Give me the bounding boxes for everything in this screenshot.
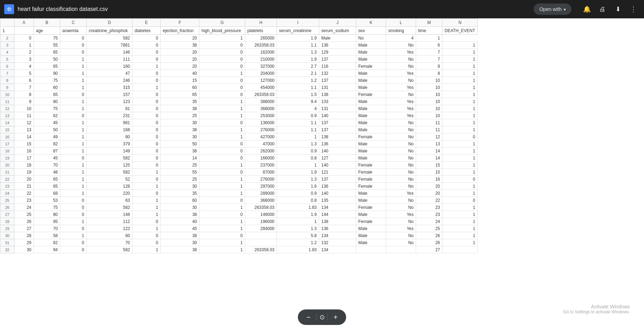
table-cell[interactable]: 11	[416, 126, 442, 133]
table-cell[interactable]: 1	[132, 169, 161, 176]
table-cell[interactable]: Yes	[386, 49, 416, 56]
table-cell[interactable]: 30	[161, 119, 199, 126]
table-cell[interactable]: 60	[34, 84, 60, 91]
table-cell[interactable]: 160	[87, 63, 132, 70]
table-cell[interactable]: 1.3	[277, 225, 319, 232]
table-cell[interactable]: 38	[161, 42, 199, 49]
table-cell[interactable]: 62	[34, 112, 60, 119]
table-cell[interactable]: 1	[60, 140, 87, 147]
table-cell[interactable]: 0	[199, 197, 245, 204]
table-cell[interactable]: 0	[60, 155, 87, 162]
table-cell[interactable]: No	[386, 119, 416, 126]
table-cell[interactable]: 1.83	[277, 246, 319, 253]
table-cell[interactable]	[356, 246, 386, 253]
table-cell[interactable]: 9.4	[277, 98, 319, 105]
table-cell[interactable]: Female	[356, 204, 386, 211]
table-cell[interactable]: 49	[34, 133, 60, 140]
table-cell[interactable]: 263358.03	[245, 42, 277, 49]
table-cell[interactable]: 137	[319, 56, 356, 63]
table-cell[interactable]: 1	[199, 183, 245, 190]
col-header-d[interactable]: D	[87, 19, 132, 27]
table-cell[interactable]: Male	[356, 42, 386, 49]
table-cell[interactable]: Yes	[386, 112, 416, 119]
table-cell[interactable]: 1	[442, 147, 478, 155]
table-cell[interactable]: 1	[442, 77, 478, 84]
table-cell[interactable]: Female	[356, 63, 386, 70]
table-cell[interactable]: Male	[356, 190, 386, 197]
table-cell[interactable]: 28	[14, 232, 34, 239]
table-cell[interactable]: 29	[14, 239, 34, 246]
table-cell[interactable]: 1	[60, 84, 87, 91]
table-cell[interactable]: Male	[356, 225, 386, 232]
table-cell[interactable]: No	[386, 91, 416, 98]
table-cell[interactable]: Yes	[386, 70, 416, 77]
col-header-h[interactable]: H	[245, 19, 277, 27]
table-cell[interactable]: 14	[416, 155, 442, 162]
table-cell[interactable]: 138	[319, 91, 356, 98]
table-cell[interactable]: 10	[416, 105, 442, 112]
table-cell[interactable]: 0	[132, 49, 161, 56]
table-cell[interactable]: 1	[442, 239, 478, 246]
table-cell[interactable]: 131	[319, 105, 356, 112]
col-header-c[interactable]: C	[60, 19, 87, 27]
table-cell[interactable]: Male	[356, 49, 386, 56]
table-cell[interactable]: 30	[161, 204, 199, 211]
table-cell[interactable]: 220	[87, 190, 132, 197]
table-cell[interactable]: 0	[132, 105, 161, 112]
table-cell[interactable]: 137	[319, 77, 356, 84]
table-cell[interactable]: 276000	[245, 176, 277, 183]
table-cell[interactable]: Male	[319, 35, 356, 42]
table-cell[interactable]: 10	[416, 77, 442, 84]
table-cell[interactable]: 138	[319, 218, 356, 225]
table-cell[interactable]: 289000	[245, 190, 277, 197]
table-cell[interactable]: 0.9	[277, 112, 319, 119]
table-cell[interactable]: 19	[14, 169, 34, 176]
table-cell[interactable]: No	[386, 63, 416, 70]
table-cell[interactable]: 45	[34, 155, 60, 162]
table-cell[interactable]: 25	[161, 176, 199, 183]
table-cell[interactable]: 68	[34, 190, 60, 197]
table-cell[interactable]: 70	[34, 162, 60, 169]
table-cell[interactable]: 0	[132, 190, 161, 197]
table-cell[interactable]: 4	[386, 35, 416, 42]
table-cell[interactable]: 75	[34, 35, 60, 42]
table-cell[interactable]: No	[386, 183, 416, 190]
table-cell[interactable]: 16	[416, 176, 442, 183]
table-cell[interactable]: 15	[416, 162, 442, 169]
table-cell[interactable]: 7	[14, 84, 34, 91]
table-cell[interactable]: 0	[199, 232, 245, 239]
table-cell[interactable]: 1	[199, 239, 245, 246]
table-cell[interactable]: 0	[132, 98, 161, 105]
table-cell[interactable]: 7861	[87, 42, 132, 49]
table-cell[interactable]: 1.5	[277, 91, 319, 98]
table-cell[interactable]: 137	[319, 119, 356, 126]
table-cell[interactable]: 38	[161, 211, 199, 218]
table-cell[interactable]: 134	[319, 232, 356, 239]
table-cell[interactable]: 27	[14, 225, 34, 232]
table-cell[interactable]: Yes	[386, 225, 416, 232]
table-cell[interactable]: 1.1	[277, 119, 319, 126]
table-cell[interactable]: 15	[14, 140, 34, 147]
table-cell[interactable]: 327000	[245, 63, 277, 70]
table-cell[interactable]: 1	[442, 225, 478, 232]
table-cell[interactable]: 16	[14, 147, 34, 155]
table-cell[interactable]: 1	[60, 183, 87, 190]
table-cell[interactable]: 127	[319, 155, 356, 162]
table-cell[interactable]: No	[386, 169, 416, 176]
table-cell[interactable]: 1	[132, 63, 161, 70]
col-header-i[interactable]: I	[277, 19, 319, 27]
table-cell[interactable]: 1	[199, 218, 245, 225]
table-cell[interactable]: 231	[87, 112, 132, 119]
table-cell[interactable]: 263358.03	[245, 91, 277, 98]
table-cell[interactable]: 1	[132, 211, 161, 218]
table-cell[interactable]: 140	[319, 147, 356, 155]
spreadsheet-container[interactable]: ABCDEFGHIJKLMN 1ageanaemiacreatinine_pho…	[0, 18, 644, 332]
table-cell[interactable]: 1	[132, 84, 161, 91]
table-cell[interactable]: 1	[442, 218, 478, 225]
table-cell[interactable]: 1	[442, 112, 478, 119]
table-cell[interactable]: 0	[60, 112, 87, 119]
table-cell[interactable]: 40	[161, 70, 199, 77]
table-cell[interactable]: 368000	[245, 197, 277, 204]
table-cell[interactable]: 0	[132, 77, 161, 84]
table-cell[interactable]: 25	[14, 211, 34, 218]
